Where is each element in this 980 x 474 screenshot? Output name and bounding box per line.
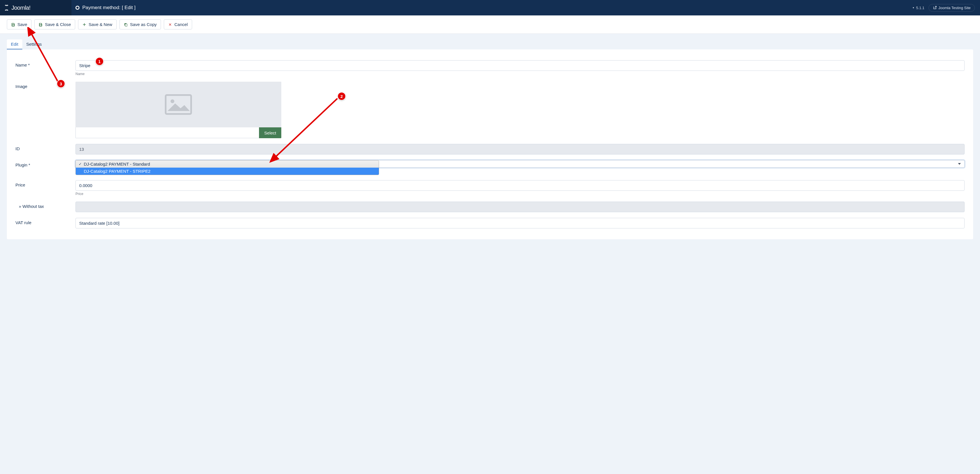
save-label: Save: [18, 22, 27, 27]
save-copy-button[interactable]: Save as Copy: [119, 19, 161, 29]
plugin-option-stripe2[interactable]: DJ-Catalog2 PAYMENT - STRIPE2: [76, 168, 379, 175]
check-icon: ✓: [79, 162, 82, 166]
row-name: Name * Name: [16, 57, 964, 79]
vat-label: VAT rule: [16, 218, 75, 225]
image-select-row: Select: [75, 127, 281, 138]
name-label: Name *: [16, 60, 75, 67]
row-vat: VAT rule: [16, 215, 964, 231]
price-input[interactable]: [75, 180, 964, 191]
id-input: [75, 144, 964, 154]
tabs: Edit Settings: [7, 40, 973, 49]
tab-edit[interactable]: Edit: [7, 40, 22, 49]
row-image: Image Select: [16, 79, 964, 141]
version-text: 5.1.1: [916, 6, 924, 10]
tab-settings[interactable]: Settings: [22, 40, 46, 49]
top-bar: Joomla! Payment method: [ Edit ] 5.1.1 J…: [0, 0, 980, 16]
without-tax-label: » Without tax: [16, 201, 75, 209]
page-title: Payment method: [ Edit ]: [82, 5, 135, 11]
plugin-option-standard-label: DJ-Catalog2 PAYMENT - Standard: [84, 162, 150, 166]
id-label: ID: [16, 144, 75, 151]
topbar-right: 5.1.1 Joomla Testing Site: [912, 4, 980, 12]
image-preview: [75, 82, 281, 127]
row-plugin: Plugin * ✓ DJ-Catalog2 PAYMENT - Standar…: [16, 157, 964, 170]
joomla-icon: [3, 5, 10, 11]
save-icon: [11, 22, 15, 27]
svg-rect-2: [125, 24, 127, 26]
chevron-down-icon: [958, 163, 961, 165]
cancel-label: Cancel: [174, 22, 188, 27]
vat-select[interactable]: [75, 218, 964, 228]
save-new-button[interactable]: Save & New: [78, 19, 117, 29]
save-button[interactable]: Save: [7, 19, 32, 29]
plugin-option-stripe2-label: DJ-Catalog2 PAYMENT - STRIPE2: [84, 169, 150, 174]
svg-point-0: [913, 7, 914, 8]
image-path-input[interactable]: [75, 127, 259, 138]
copy-icon: [124, 22, 128, 27]
plugin-select-wrap: ✓ DJ-Catalog2 PAYMENT - Standard DJ-Cata…: [75, 160, 964, 168]
external-link-icon: [933, 6, 937, 10]
version-badge[interactable]: 5.1.1: [912, 6, 924, 10]
without-tax-input: [75, 201, 964, 212]
record-icon: [75, 6, 80, 10]
save-new-label: Save & New: [89, 22, 112, 27]
plugin-option-standard[interactable]: ✓ DJ-Catalog2 PAYMENT - Standard: [76, 160, 379, 168]
save-copy-label: Save as Copy: [130, 22, 157, 27]
close-icon: [168, 22, 172, 27]
image-select-button[interactable]: Select: [259, 127, 281, 138]
image-select-label: Select: [264, 130, 276, 135]
svg-point-4: [171, 99, 174, 103]
price-helper: Price: [75, 192, 964, 196]
image-label: Image: [16, 82, 75, 89]
save-close-button[interactable]: Save & Close: [34, 19, 75, 29]
row-id: ID: [16, 141, 964, 157]
content-area: Edit Settings Name * Name Image Select: [0, 34, 980, 474]
site-link-label: Joomla Testing Site: [939, 6, 971, 10]
cancel-button[interactable]: Cancel: [164, 19, 192, 29]
title-area: Payment method: [ Edit ]: [72, 5, 135, 11]
brand-area: Joomla!: [0, 0, 72, 16]
image-placeholder-icon: [165, 94, 192, 115]
name-helper: Name: [75, 72, 964, 76]
tab-settings-label: Settings: [26, 42, 42, 46]
site-link-button[interactable]: Joomla Testing Site: [929, 4, 975, 12]
plus-icon: [82, 22, 86, 27]
tab-edit-label: Edit: [11, 42, 18, 46]
save-close-label: Save & Close: [45, 22, 71, 27]
brand-text: Joomla!: [11, 5, 30, 11]
plugin-label: Plugin *: [16, 160, 75, 167]
brand-logo: Joomla!: [3, 5, 30, 11]
svg-rect-3: [165, 95, 191, 114]
edit-panel: Name * Name Image Select ID: [7, 49, 973, 239]
joomla-small-icon: [912, 6, 915, 10]
name-input[interactable]: [75, 60, 964, 71]
row-without-tax: » Without tax: [16, 199, 964, 215]
toolbar: Save Save & Close Save & New Save as Cop…: [0, 16, 980, 34]
row-price: Price Price: [16, 177, 964, 199]
save-icon: [38, 22, 43, 27]
plugin-dropdown: ✓ DJ-Catalog2 PAYMENT - Standard DJ-Cata…: [75, 160, 379, 175]
price-label: Price: [16, 180, 75, 187]
